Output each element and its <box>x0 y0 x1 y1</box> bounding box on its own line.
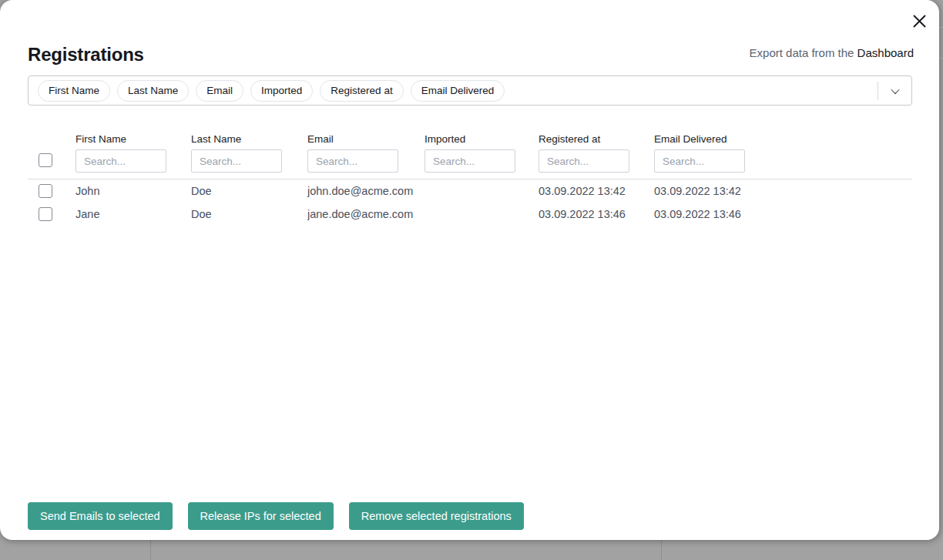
page-title: Registrations <box>28 44 144 65</box>
export-note: Export data from the Dashboard <box>750 46 914 59</box>
row-checkbox[interactable] <box>39 207 52 221</box>
search-input-email-delivered[interactable] <box>654 149 745 173</box>
table-header-row: First Name Last Name Email Imported Regi… <box>28 127 912 179</box>
search-input-first-name[interactable] <box>76 149 166 173</box>
filter-chip-registered-at[interactable]: Registered at <box>320 80 403 102</box>
search-input-email[interactable] <box>307 149 398 173</box>
column-imported: Imported <box>425 127 539 173</box>
filter-chip-email-delivered[interactable]: Email Delivered <box>411 80 505 102</box>
backdrop-line <box>150 539 151 560</box>
backdrop-line <box>661 539 662 560</box>
remove-registrations-button[interactable]: Remove selected registrations <box>349 502 524 530</box>
close-button[interactable] <box>911 12 928 29</box>
column-label: Email <box>307 133 425 145</box>
column-last-name: Last Name <box>191 127 307 173</box>
filter-chip-email[interactable]: Email <box>196 80 243 102</box>
column-label: Imported <box>425 133 539 145</box>
cell-first-name: Jane <box>76 208 191 220</box>
search-input-last-name[interactable] <box>191 149 282 173</box>
row-checkbox[interactable] <box>39 184 52 198</box>
header-checkbox-cell <box>28 127 76 173</box>
send-emails-button[interactable]: Send Emails to selected <box>28 502 173 530</box>
cell-email-delivered: 03.09.2022 13:42 <box>654 185 912 197</box>
filter-chips: First Name Last Name Email Imported Regi… <box>38 80 505 102</box>
registrations-table: First Name Last Name Email Imported Regi… <box>28 127 912 226</box>
column-label: Email Delivered <box>654 133 912 145</box>
table-row: John Doe john.doe@acme.com 03.09.2022 13… <box>28 179 912 203</box>
search-input-registered-at[interactable] <box>539 149 629 173</box>
cell-registered-at: 03.09.2022 13:42 <box>539 185 654 197</box>
column-label: Registered at <box>539 133 654 145</box>
filter-chip-first-name[interactable]: First Name <box>38 80 110 102</box>
registrations-modal: Registrations Export data from the Dashb… <box>0 0 939 540</box>
cell-email: john.doe@acme.com <box>307 185 425 197</box>
close-icon <box>913 15 926 28</box>
column-first-name: First Name <box>76 127 191 173</box>
row-checkbox-cell <box>28 184 76 198</box>
filter-expand-button[interactable] <box>878 76 911 105</box>
select-all-checkbox[interactable] <box>39 153 52 167</box>
filter-chip-imported[interactable]: Imported <box>250 80 313 102</box>
cell-first-name: John <box>76 185 191 197</box>
export-note-text: Export data from the <box>750 46 857 59</box>
cell-email-delivered: 03.09.2022 13:46 <box>654 208 912 220</box>
filter-bar-right <box>878 76 911 105</box>
column-label: Last Name <box>191 133 307 145</box>
column-email-delivered: Email Delivered <box>654 127 912 173</box>
chevron-down-icon <box>891 85 899 93</box>
table-row: Jane Doe jane.doe@acme.com 03.09.2022 13… <box>28 203 912 226</box>
search-input-imported[interactable] <box>425 149 515 173</box>
cell-last-name: Doe <box>191 185 307 197</box>
release-ips-button[interactable]: Release IPs for selected <box>188 502 334 530</box>
bulk-actions-bar: Send Emails to selected Release IPs for … <box>28 502 524 530</box>
row-checkbox-cell <box>28 207 76 221</box>
dashboard-link[interactable]: Dashboard <box>857 46 914 59</box>
filter-chip-last-name[interactable]: Last Name <box>117 80 189 102</box>
column-label: First Name <box>76 133 191 145</box>
column-registered-at: Registered at <box>539 127 654 173</box>
cell-email: jane.doe@acme.com <box>307 208 425 220</box>
column-filter-bar: First Name Last Name Email Imported Regi… <box>28 75 912 106</box>
cell-last-name: Doe <box>191 208 307 220</box>
column-email: Email <box>307 127 425 173</box>
cell-registered-at: 03.09.2022 13:46 <box>539 208 654 220</box>
